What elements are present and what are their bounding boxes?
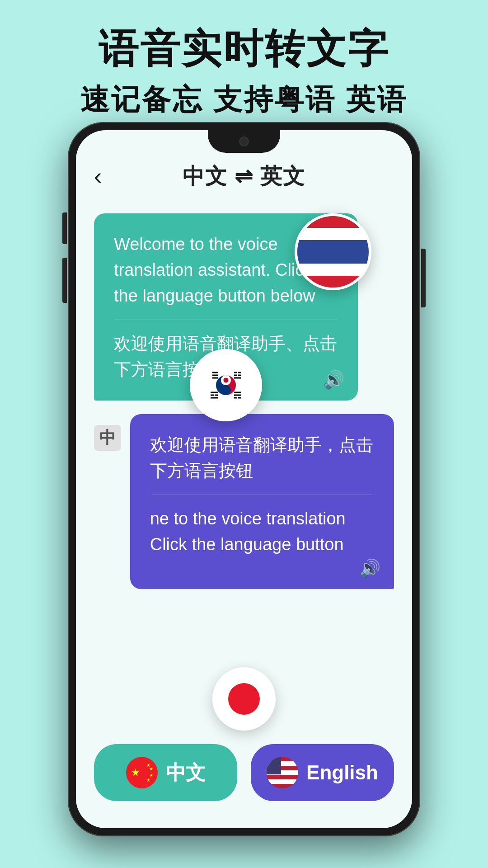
speaker-left-icon[interactable]: 🔊: [323, 370, 344, 390]
header-title: 中文 ⇌ 英文: [183, 162, 306, 191]
phone-inner: ‹ 中文 ⇌ 英文 Welcome to the voice translati…: [76, 130, 412, 828]
us-flag-btn: [267, 757, 298, 788]
phone-mockup: ‹ 中文 ⇌ 英文 Welcome to the voice translati…: [68, 122, 420, 836]
bubble-right-text-en: ne to the voice translation Click the la…: [150, 506, 374, 557]
chinese-label: 中文: [166, 760, 206, 786]
power-button: [421, 249, 426, 307]
english-lang-button[interactable]: English: [251, 744, 394, 801]
svg-point-2: [224, 378, 229, 383]
speaker-right-icon[interactable]: 🔊: [359, 558, 380, 578]
bubble-right-text-zh: 欢迎使用语音翻译助手，点击下方语言按钮: [150, 432, 374, 484]
bubble-right: 欢迎使用语音翻译助手，点击下方语言按钮 ne to the voice tran…: [130, 414, 394, 589]
bottom-buttons: ★ ★ ★ ★ ★ 中文: [76, 735, 412, 828]
thailand-flag-float: [295, 213, 371, 290]
record-button[interactable]: [212, 667, 276, 731]
front-camera: [239, 137, 249, 146]
record-dot: [228, 683, 260, 715]
chat-area: Welcome to the voice translation assista…: [76, 204, 412, 658]
volume-up-button: [62, 212, 67, 244]
banner-subtitle: 速记备忘 支持粤语 英语: [27, 80, 461, 119]
app-screen: ‹ 中文 ⇌ 英文 Welcome to the voice translati…: [76, 130, 412, 828]
china-flag: ★ ★ ★ ★ ★: [126, 757, 158, 788]
volume-down-button: [62, 258, 67, 303]
top-banner: 语音实时转文字 速记备忘 支持粤语 英语: [0, 0, 488, 137]
svg-point-3: [224, 388, 229, 393]
back-button[interactable]: ‹: [94, 163, 102, 190]
phone-notch: [208, 130, 280, 153]
phone-outer: ‹ 中文 ⇌ 英文 Welcome to the voice translati…: [68, 122, 420, 836]
bubble-right-wrapper: 中 欢迎使用语音翻译助手，点击下方语言按钮 ne to the voice tr…: [94, 414, 394, 589]
bubble-right-label: 中: [94, 425, 121, 451]
chinese-lang-button[interactable]: ★ ★ ★ ★ ★ 中文: [94, 744, 237, 801]
korea-flag-float: [190, 349, 262, 421]
english-label: English: [306, 761, 378, 784]
banner-title: 语音实时转文字: [27, 27, 461, 71]
bubble-left: Welcome to the voice translation assista…: [94, 213, 358, 401]
record-area: [76, 658, 412, 735]
